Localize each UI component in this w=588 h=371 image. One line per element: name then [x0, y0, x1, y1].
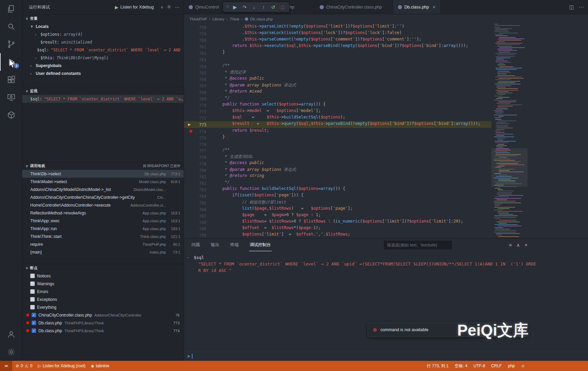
variable-row[interactable]: $sql:"SELECT * FROM `ocenter_district` W…	[22, 46, 184, 54]
breakpoint-checkbox[interactable]	[30, 281, 35, 286]
breakpoint-row[interactable]: ✓ChinaCityController.class.phpAddons/Chi…	[22, 311, 184, 319]
gutter[interactable]: 781	[184, 173, 213, 180]
debug-config-dropdown[interactable]: ▶ Listen for Xdebug ∨	[115, 5, 163, 10]
code-line[interactable]: 761 return $this->execute($sql,$this->pa…	[184, 43, 491, 50]
language-status[interactable]: php	[508, 364, 515, 368]
breakpoint-checkbox[interactable]	[30, 289, 35, 294]
breakpoint-toggle-row[interactable]: Notices	[22, 272, 184, 280]
debug-console-input[interactable]: >	[184, 351, 588, 361]
gutter[interactable]: 780	[184, 167, 213, 173]
restart-button[interactable]: ↺	[269, 3, 278, 12]
debug-settings-gear-icon[interactable]	[167, 4, 171, 10]
gutter[interactable]: 776	[184, 141, 213, 147]
activity-item-account[interactable]	[0, 325, 22, 343]
activity-item-settings[interactable]	[0, 343, 22, 361]
breakpoint-row[interactable]: ✓Db.class.phpThinkPHP/Library/Think773	[22, 319, 184, 327]
breakpoint-toggle-row[interactable]: Warnings	[22, 280, 184, 288]
gutter[interactable]: 759	[184, 30, 213, 37]
code-line[interactable]: 779 * @access public	[184, 160, 491, 167]
activity-item-search[interactable]	[0, 18, 22, 35]
maximize-panel-icon[interactable]: ∧	[517, 242, 520, 248]
breadcrumb-item[interactable]: Db.class.php	[250, 17, 273, 21]
step-into-button[interactable]: ↓	[250, 3, 258, 12]
encoding-status[interactable]: UTF-8	[473, 364, 485, 368]
breakpoint-checkbox[interactable]: ✓	[32, 313, 36, 317]
breakpoint-toggle-row[interactable]: Everything	[22, 303, 184, 311]
code-line[interactable]: 780 * @param array $options 表达式	[184, 167, 491, 173]
code-line[interactable]: 775 }	[184, 134, 491, 141]
code-line[interactable]: 764 /**	[184, 63, 491, 69]
tabnine-status[interactable]: ◈ tabnine	[91, 364, 110, 368]
gutter[interactable]: ▶773	[184, 121, 213, 128]
callstack-frame[interactable]: Home\Controller\AddonsController->execut…	[22, 201, 184, 209]
code-line[interactable]: 758 .$this->parseLimit(!empty($options['…	[184, 24, 491, 30]
callstack-frame[interactable]: Think\Db->selectDb.class.php773:1	[22, 170, 184, 178]
activity-item-source-control[interactable]	[0, 35, 22, 53]
eol-status[interactable]: CRLF	[491, 364, 502, 368]
variable-row[interactable]: ›$this:Think\Db\Driver\Mysqli	[22, 54, 184, 62]
step-out-button[interactable]: ↑	[259, 3, 268, 12]
gutter[interactable]: 778	[184, 154, 213, 160]
code-line[interactable]: 783 public function buildSelectSql($opti…	[184, 186, 491, 193]
code-line[interactable]: 786 list($page,$listRows) = $options['pa…	[184, 206, 491, 212]
step-over-button[interactable]: ↷	[240, 3, 249, 12]
code-line[interactable]: 789 $offset = $listRows*($page-1);	[184, 225, 491, 232]
start-debug-icon[interactable]: ▶	[115, 5, 118, 10]
gutter[interactable]: 762	[184, 50, 213, 56]
breakpoint-checkbox[interactable]: ✓	[32, 321, 36, 325]
variable-group[interactable]: ›User defined constants	[22, 69, 184, 77]
gutter[interactable]: 758	[184, 24, 213, 30]
variable-group[interactable]: ›Superglobals	[22, 62, 184, 69]
gutter[interactable]: 786	[184, 206, 213, 212]
callstack-frame[interactable]: Think\App::runApp.class.php193:1	[22, 225, 184, 232]
feedback-icon[interactable]: ☺	[521, 364, 525, 368]
code-line[interactable]: 784 if(isset($options['page'])) {	[184, 193, 491, 199]
tab-db.class.php[interactable]: Db.class.php×	[393, 0, 441, 14]
activity-item-remote-explorer[interactable]	[0, 88, 22, 106]
breakpoint-checkbox[interactable]	[30, 305, 35, 309]
callstack-frame[interactable]: Think\Think::startThink.class.php121:1	[22, 232, 184, 240]
code-line[interactable]: 769 */	[184, 95, 491, 102]
breakpoint-toggle-row[interactable]: Errors	[22, 288, 184, 295]
gutter[interactable]: 770	[184, 102, 213, 108]
code-editor[interactable]: 758 .$this->parseLimit(!empty($options['…	[184, 24, 588, 238]
code-line[interactable]: 759 .$this->parseLock(isset($options['lo…	[184, 30, 491, 37]
continue-button[interactable]: ▶	[231, 3, 239, 12]
code-line[interactable]: 767 * @param array $options 表达式	[184, 82, 491, 89]
breakpoint-toggle-row[interactable]: Exceptions	[22, 295, 184, 303]
gutter[interactable]: 774	[184, 128, 213, 134]
variable-row[interactable]: $result:uninitialized	[22, 38, 184, 46]
code-line[interactable]: 760 .$this->parseComment(!empty($options…	[184, 37, 491, 43]
panel-tab-输出[interactable]: 输出	[210, 239, 220, 251]
callstack-frame[interactable]: {main}index.php73:1	[22, 248, 184, 256]
code-line[interactable]: 790 $options['limit'] = $offset.','.$lis…	[184, 232, 491, 238]
split-editor-icon[interactable]: ◫	[569, 4, 574, 10]
code-line[interactable]: 785 // 根据页数计算limit	[184, 199, 491, 206]
code-line[interactable]: 763	[184, 56, 491, 63]
breakpoint-checkbox[interactable]	[30, 297, 35, 302]
minimap[interactable]	[491, 24, 527, 238]
activity-item-extensions[interactable]	[0, 71, 22, 88]
gutter[interactable]: 772	[184, 115, 213, 121]
callstack-frame[interactable]: Think\App::execApp.class.php153:1	[22, 217, 184, 225]
breakpoints-section-header[interactable]: ∨ 断点	[22, 264, 184, 272]
code-line[interactable]: 774 return $result;	[184, 128, 491, 134]
gutter[interactable]: 765	[184, 69, 213, 76]
tab-chinacitycontroller.class.php[interactable]: ChinaCityController.class.php	[315, 0, 393, 14]
gutter[interactable]: 789	[184, 225, 213, 232]
code-line[interactable]: 781 * @return string	[184, 173, 491, 180]
breakpoint-checkbox[interactable]	[30, 274, 35, 278]
code-line[interactable]: 768 * @return mixed	[184, 89, 491, 95]
stop-button[interactable]: □	[278, 3, 287, 12]
code-line[interactable]: 765 * 查找记录	[184, 69, 491, 76]
panel-tab-问题[interactable]: 问题	[191, 239, 201, 251]
problems-status[interactable]: ⊘ 0 ⚠ 0	[16, 364, 32, 368]
line-col-status[interactable]: 行 773, 列 1	[427, 363, 449, 369]
code-line[interactable]: 770 public function select($options=arra…	[184, 102, 491, 108]
panel-tab-终端[interactable]: 终端	[230, 239, 239, 251]
more-actions-icon[interactable]: ⋯	[175, 4, 180, 10]
activity-item-run-debug[interactable]: 1	[0, 53, 22, 71]
code-line[interactable]: 777 /**	[184, 147, 491, 154]
code-line[interactable]: 766 * @access public	[184, 76, 491, 82]
console-filter-input[interactable]	[384, 241, 452, 249]
